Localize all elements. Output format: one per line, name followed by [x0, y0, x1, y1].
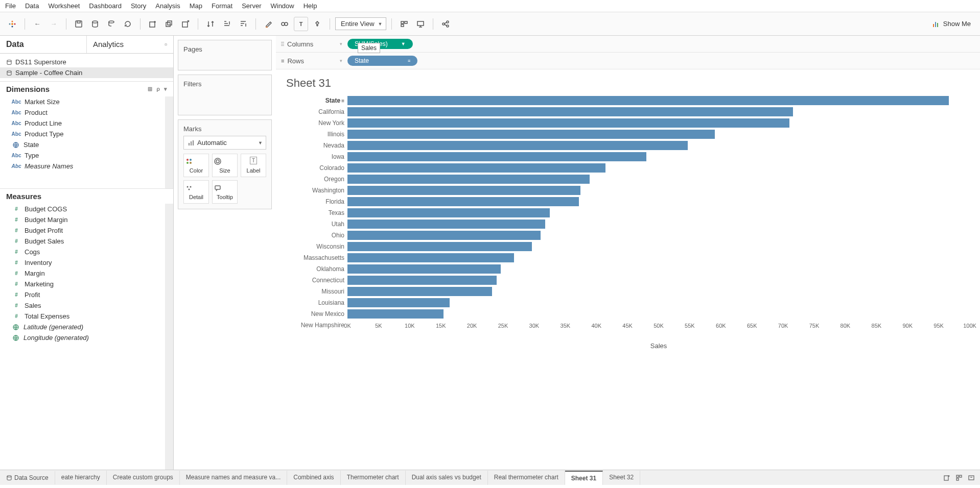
- menu-map[interactable]: Map: [190, 2, 202, 10]
- sheet-tab[interactable]: eate hierarchy: [55, 471, 107, 485]
- bar[interactable]: [347, 242, 532, 251]
- sheet-tab[interactable]: Real thermometer chart: [488, 471, 565, 485]
- sheet-tab[interactable]: Create custom groups: [107, 471, 180, 485]
- bar[interactable]: [347, 186, 580, 195]
- bar[interactable]: [347, 253, 514, 262]
- field-item[interactable]: #Marketing: [0, 279, 173, 289]
- filters-shelf[interactable]: Filters: [178, 75, 272, 115]
- bar[interactable]: [347, 219, 545, 229]
- clear-icon[interactable]: [178, 17, 193, 31]
- bar[interactable]: [347, 152, 646, 161]
- field-item[interactable]: #Profit: [0, 289, 173, 300]
- bar[interactable]: [347, 130, 715, 139]
- sheet-tab[interactable]: Sheet 31: [565, 471, 603, 485]
- menu-icon[interactable]: ▾: [164, 86, 167, 92]
- rows-pill[interactable]: State≡: [347, 56, 417, 66]
- marks-color[interactable]: Color: [183, 154, 209, 177]
- field-item[interactable]: #Margin: [0, 268, 173, 279]
- sheet-tab[interactable]: Thermometer chart: [341, 471, 406, 485]
- scrollbar[interactable]: [165, 96, 173, 188]
- new-dashboard-icon[interactable]: [955, 474, 968, 481]
- menu-format[interactable]: Format: [212, 2, 232, 10]
- field-item[interactable]: AbcMeasure Names: [0, 161, 173, 172]
- y-axis-header[interactable]: State≡: [286, 95, 344, 106]
- logo-icon[interactable]: [5, 17, 19, 31]
- sort-desc-icon[interactable]: [236, 17, 250, 31]
- highlight-icon[interactable]: [261, 17, 275, 31]
- field-item[interactable]: AbcType: [0, 150, 173, 161]
- marks-size[interactable]: Size: [212, 154, 238, 177]
- pin-icon[interactable]: [310, 17, 324, 31]
- pages-shelf[interactable]: Pages: [178, 40, 272, 70]
- bar[interactable]: [347, 96, 949, 105]
- search-fields-icon[interactable]: ρ: [156, 86, 160, 92]
- view-as-icon[interactable]: ⊞: [148, 86, 152, 92]
- field-item[interactable]: #Budget Margin: [0, 214, 173, 225]
- share-icon[interactable]: [438, 17, 453, 31]
- refresh-icon[interactable]: [121, 17, 135, 31]
- show-cards-icon[interactable]: [397, 17, 411, 31]
- marks-type-dropdown[interactable]: Automatic: [183, 136, 266, 150]
- columns-shelf[interactable]: ⦙⦙⦙Columns▾ SUM(Sales)▼ Sales: [276, 36, 980, 53]
- new-sheet-icon[interactable]: [943, 474, 955, 481]
- show-me-button[interactable]: Show Me: [928, 18, 975, 30]
- tab-analytics[interactable]: Analytics ▫: [86, 36, 173, 53]
- bar[interactable]: [347, 298, 450, 307]
- field-item[interactable]: AbcProduct: [0, 107, 173, 118]
- text-icon[interactable]: T: [294, 17, 308, 31]
- menu-analysis[interactable]: Analysis: [155, 2, 180, 10]
- bar[interactable]: [347, 107, 793, 116]
- field-item[interactable]: AbcProduct Type: [0, 129, 173, 139]
- bar[interactable]: [347, 231, 541, 240]
- bar[interactable]: [347, 309, 444, 319]
- sheet-tab[interactable]: Measure names and measure va...: [180, 471, 287, 485]
- bar[interactable]: [347, 264, 501, 274]
- bar[interactable]: [347, 208, 550, 217]
- field-item[interactable]: AbcMarket Size: [0, 96, 173, 107]
- sheet-title[interactable]: Sheet 31: [286, 77, 970, 90]
- field-item[interactable]: State: [0, 139, 173, 150]
- fit-dropdown[interactable]: Entire View: [335, 17, 386, 30]
- field-item[interactable]: #Budget Profit: [0, 225, 173, 236]
- menu-file[interactable]: File: [5, 2, 16, 10]
- presentation-icon[interactable]: [413, 17, 428, 31]
- menu-window[interactable]: Window: [270, 2, 294, 10]
- forward-icon[interactable]: →: [46, 17, 61, 31]
- menu-data[interactable]: Data: [25, 2, 39, 10]
- field-item[interactable]: #Budget Sales: [0, 236, 173, 247]
- marks-tooltip[interactable]: Tooltip: [212, 180, 238, 204]
- menu-server[interactable]: Server: [242, 2, 261, 10]
- new-datasource-icon[interactable]: [88, 17, 102, 31]
- field-item[interactable]: #Budget COGS: [0, 204, 173, 214]
- menu-story[interactable]: Story: [131, 2, 146, 10]
- field-item[interactable]: #Sales: [0, 300, 173, 311]
- marks-label[interactable]: TLabel: [241, 154, 266, 177]
- field-item[interactable]: #Inventory: [0, 257, 173, 268]
- marks-detail[interactable]: Detail: [183, 180, 209, 204]
- new-worksheet-icon[interactable]: [146, 17, 160, 31]
- field-item[interactable]: AbcProduct Line: [0, 118, 173, 129]
- field-item[interactable]: Latitude (generated): [0, 322, 173, 332]
- sort-asc-icon[interactable]: [220, 17, 234, 31]
- bar[interactable]: [347, 141, 688, 150]
- datasource-item[interactable]: Sample - Coffee Chain: [0, 67, 173, 78]
- bar[interactable]: [347, 175, 590, 184]
- tab-data[interactable]: Data: [0, 36, 86, 53]
- menu-worksheet[interactable]: Worksheet: [48, 2, 80, 10]
- menu-help[interactable]: Help: [304, 2, 317, 10]
- bar[interactable]: [347, 276, 497, 285]
- field-item[interactable]: #Cogs: [0, 247, 173, 257]
- sheet-tab[interactable]: Combined axis: [287, 471, 340, 485]
- bar[interactable]: [347, 287, 492, 296]
- field-item[interactable]: Longitude (generated): [0, 332, 173, 343]
- field-item[interactable]: #Total Expenses: [0, 311, 173, 322]
- bar[interactable]: [347, 197, 579, 206]
- duplicate-icon[interactable]: [162, 17, 176, 31]
- group-icon[interactable]: [277, 17, 292, 31]
- back-icon[interactable]: ←: [30, 17, 44, 31]
- rows-shelf[interactable]: ≡Rows▾ State≡: [276, 53, 980, 69]
- sheet-tab[interactable]: Dual axis sales vs budget: [406, 471, 488, 485]
- swap-icon[interactable]: [203, 17, 218, 31]
- x-axis[interactable]: 0K5K10K15K20K25K30K35K40K45K50K55K60K65K…: [347, 323, 970, 331]
- save-icon[interactable]: [72, 17, 86, 31]
